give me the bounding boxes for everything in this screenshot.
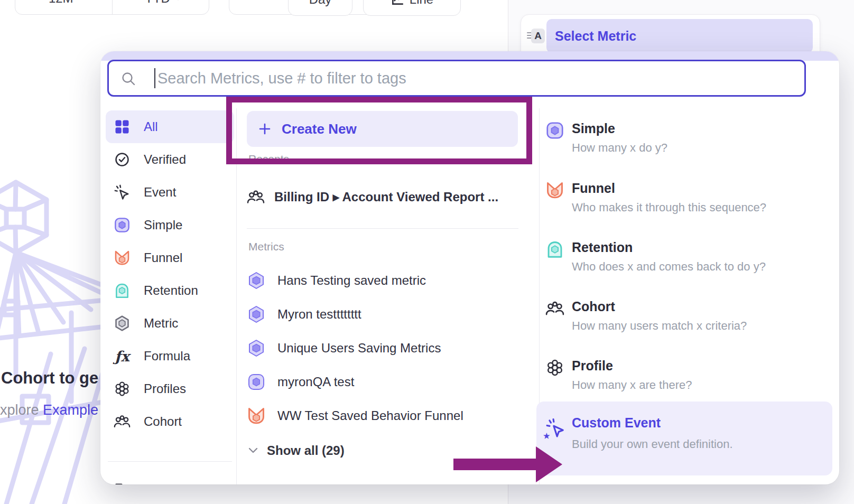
sidebar-item-label: Profiles <box>144 381 186 396</box>
metric-type-subtitle: Who does x and comes back to do y? <box>572 260 766 274</box>
list-item-label: Hans Testing saved metric <box>277 273 426 288</box>
metrics-section-divider <box>247 228 518 229</box>
metric-type-title: Retention <box>572 240 633 255</box>
range-12m-button[interactable]: 12M <box>15 0 107 14</box>
metric-type-title: Simple <box>572 121 615 136</box>
sidebar-item-label: Tags <box>144 483 171 484</box>
range-ytd-label: YTD <box>145 0 170 6</box>
recent-item[interactable]: Billing ID ▸ Account Viewed Report ... <box>247 183 498 211</box>
simple-metric-icon <box>113 216 131 234</box>
event-cursor-icon <box>113 183 131 201</box>
range-ytd-button[interactable]: YTD <box>118 0 209 14</box>
profiles-cluster-icon <box>113 380 131 398</box>
list-item[interactable]: Hans Testing saved metric <box>247 264 518 297</box>
retention-icon <box>113 282 131 300</box>
sidebar-item-formula[interactable]: ƒx Formula <box>106 340 234 372</box>
verified-badge-icon <box>113 151 131 169</box>
metric-picker-modal: All Verified Event Simple <box>100 51 839 484</box>
metric-type-title: Profile <box>572 358 613 374</box>
series-a-badge: A <box>531 29 545 43</box>
range-12m-label: 12M <box>49 0 73 6</box>
metric-type-funnel[interactable]: Funnel Who makes it through this sequenc… <box>545 181 828 225</box>
list-item-label: Myron testttttttt <box>277 307 361 322</box>
star-glyph: ★ <box>543 432 550 440</box>
metric-type-subtitle: How many users match x criteria? <box>572 319 747 333</box>
select-metric-label: Select Metric <box>555 29 636 44</box>
metric-type-custom-event[interactable]: ★ Custom Event Build your own event defi… <box>536 402 832 475</box>
cohort-people-icon <box>545 299 564 318</box>
sidebar-item-funnel[interactable]: Funnel <box>106 241 234 274</box>
segment-divider <box>112 0 113 14</box>
list-item-label: WW Test Saved Behavior Funnel <box>277 408 463 423</box>
line-chart-type-button[interactable]: Line <box>363 0 461 16</box>
line-label: Line <box>410 0 433 7</box>
tag-icon <box>113 481 131 484</box>
sidebar-item-label: Cohort <box>144 414 182 429</box>
sidebar-item-label: All <box>144 119 158 134</box>
sidebar-item-all[interactable]: All <box>106 110 234 143</box>
sidebar-item-verified[interactable]: Verified <box>106 143 234 176</box>
list-item[interactable]: Myron testttttttt <box>247 297 518 331</box>
simple-metric-icon <box>545 121 564 140</box>
type-filter-sidebar: All Verified Event Simple <box>106 110 234 484</box>
sidebar-divider <box>236 108 237 484</box>
sidebar-item-retention[interactable]: Retention <box>106 274 234 307</box>
show-all-label: Show all (29) <box>267 443 345 458</box>
grid-icon <box>113 118 131 136</box>
sidebar-item-cohort[interactable]: Cohort <box>106 405 234 438</box>
custom-event-icon: ★ <box>545 418 564 437</box>
sidebar-item-label: Metric <box>144 316 178 331</box>
create-new-button[interactable]: Create New <box>247 111 518 147</box>
example-link[interactable]: Example R <box>43 402 100 418</box>
metric-type-subtitle: How many x do y? <box>572 141 667 155</box>
metric-hexagon-icon <box>247 305 266 324</box>
sidebar-item-profiles[interactable]: Profiles <box>106 372 234 405</box>
list-item-label: Unique Users Saving Metrics <box>277 341 441 356</box>
explore-prefix: xplore <box>0 402 39 418</box>
sidebar-item-simple[interactable]: Simple <box>106 209 234 241</box>
metric-type-retention[interactable]: Retention Who does x and comes back to d… <box>545 240 828 284</box>
metric-type-title: Custom Event <box>572 415 661 431</box>
funnel-icon <box>247 406 266 425</box>
list-item-label: myronQA test <box>277 375 354 389</box>
sidebar-item-metric[interactable]: Metric <box>106 307 234 340</box>
metrics-heading: Metrics <box>248 240 284 253</box>
date-range-segmented-control[interactable]: 12M YTD <box>15 0 209 15</box>
background-copy: Cohort to ge xplore Example R <box>0 369 100 432</box>
create-new-label: Create New <box>282 121 357 137</box>
list-item[interactable]: WW Test Saved Behavior Funnel <box>247 399 518 433</box>
sidebar-item-tags[interactable]: Tags <box>106 474 234 484</box>
cohort-people-icon <box>247 189 265 205</box>
show-all-toggle[interactable]: Show all (29) <box>248 439 345 462</box>
plus-icon <box>258 123 271 135</box>
sidebar-item-event[interactable]: Event <box>106 176 234 209</box>
saved-metrics-list: Hans Testing saved metric Myron testtttt… <box>247 264 518 433</box>
metric-type-cohort[interactable]: Cohort How many users match x criteria? <box>545 299 828 343</box>
wireframe-illustration <box>0 174 106 504</box>
chevron-down-icon <box>248 447 258 454</box>
metric-hexagon-icon <box>247 339 266 358</box>
sidebar-item-label: Retention <box>144 283 198 298</box>
metric-type-title: Cohort <box>572 299 615 314</box>
cohort-people-icon <box>113 413 131 431</box>
background-headline: Cohort to ge <box>1 369 100 388</box>
metric-type-profile[interactable]: Profile How many x are there? <box>545 358 828 403</box>
recent-item-label: Billing ID ▸ Account Viewed Report ... <box>274 190 498 204</box>
funnel-icon <box>113 249 131 267</box>
chevron-down-icon <box>174 0 182 1</box>
metric-type-simple[interactable]: Simple How many x do y? <box>545 121 828 165</box>
search-input[interactable] <box>109 61 804 95</box>
list-item[interactable]: Unique Users Saving Metrics <box>247 331 518 365</box>
day-button[interactable]: Day <box>288 0 352 16</box>
retention-icon <box>545 240 564 259</box>
metric-type-subtitle: Build your own event definition. <box>572 437 733 451</box>
sidebar-item-label: Formula <box>144 349 190 363</box>
metric-hexagon-icon <box>247 271 266 290</box>
list-item[interactable]: myronQA test <box>247 365 518 399</box>
line-chart-icon <box>391 0 404 6</box>
metric-hexagon-icon <box>113 314 131 332</box>
formula-fx-icon: ƒx <box>113 347 131 365</box>
search-bar <box>107 60 806 97</box>
select-metric-button[interactable]: Select Metric <box>546 19 813 53</box>
funnel-icon <box>545 181 564 200</box>
